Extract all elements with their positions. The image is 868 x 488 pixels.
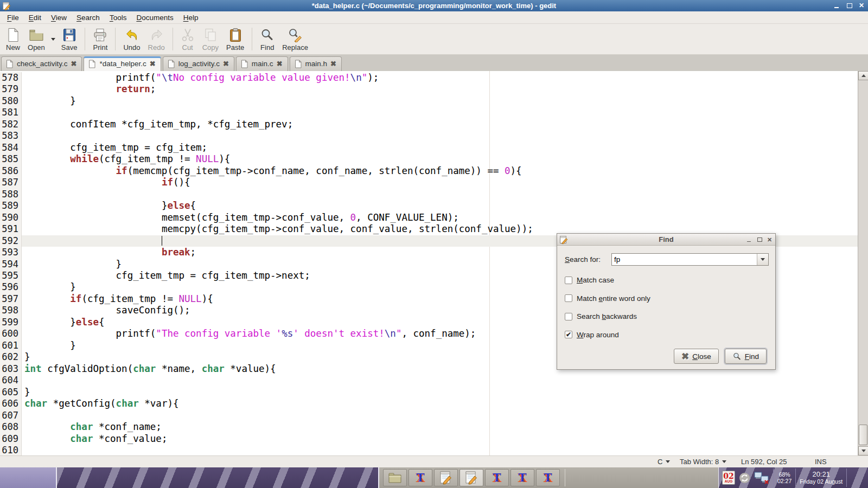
- taskbar-button-app-t[interactable]: XT: [536, 469, 560, 486]
- scroll-up-button[interactable]: [858, 71, 868, 80]
- close-tab-icon[interactable]: ✖: [223, 60, 229, 67]
- toolbar-separator: [252, 28, 252, 50]
- calendar-icon[interactable]: 02 AUG: [722, 471, 735, 485]
- checkbox-unchecked-icon[interactable]: [565, 313, 572, 320]
- dialog-close-icon[interactable]: ✕: [767, 237, 773, 242]
- checkbox-search-backwards[interactable]: Search backwards: [565, 312, 637, 320]
- paste-button[interactable]: Paste: [222, 25, 248, 53]
- open-dropdown-icon[interactable]: [49, 25, 58, 53]
- tab-data-helper-c[interactable]: *data_helper.c✖: [84, 56, 161, 71]
- line-number: 608: [0, 421, 22, 433]
- dialog-minimize-icon[interactable]: [746, 237, 752, 242]
- menu-help[interactable]: Help: [178, 12, 203, 23]
- tab-main-c[interactable]: main.c✖: [236, 56, 288, 71]
- print-button[interactable]: Print: [89, 25, 111, 53]
- code-line[interactable]: 579 return;: [0, 84, 858, 95]
- code-line[interactable]: 583: [0, 130, 858, 142]
- code-line[interactable]: 587 if(){: [0, 177, 858, 188]
- taskbar-button-gedit[interactable]: [459, 469, 483, 486]
- line-number: 591: [0, 223, 22, 235]
- battery-applet[interactable]: 68% 02:27: [777, 471, 792, 484]
- copy-button[interactable]: Copy: [199, 25, 222, 53]
- close-tab-icon[interactable]: ✖: [150, 60, 156, 67]
- line-number: 587: [0, 177, 22, 188]
- cut-button[interactable]: Cut: [177, 25, 199, 53]
- tab-main-h[interactable]: main.h✖: [290, 56, 342, 71]
- wallpaper-strip: [0, 467, 57, 488]
- line-number: 600: [0, 328, 22, 339]
- code-line[interactable]: 580 }: [0, 95, 858, 107]
- code-line[interactable]: 586 if(memcmp(cfg_item_tmp->conf_name, c…: [0, 165, 858, 177]
- menu-file[interactable]: File: [2, 12, 24, 23]
- save-button-label: Save: [61, 43, 78, 52]
- code-line[interactable]: 609 char *conf_value;: [0, 433, 858, 445]
- close-tab-icon[interactable]: ✖: [330, 60, 336, 67]
- language-selector[interactable]: C: [658, 458, 670, 466]
- redo-button[interactable]: Redo: [144, 25, 169, 53]
- clock-applet[interactable]: 20:21 Friday 02 August: [800, 471, 843, 485]
- taskbar-button-folder[interactable]: [383, 469, 407, 486]
- new-icon: [6, 28, 20, 42]
- menu-documents[interactable]: Documents: [131, 12, 178, 23]
- code-text: }: [22, 387, 858, 398]
- taskbar-button-app-t[interactable]: XT: [485, 469, 509, 486]
- code-line[interactable]: 610: [0, 445, 858, 455]
- checkbox-match-entire-word-only[interactable]: Match entire word only: [565, 294, 650, 303]
- tab-label: *data_helper.c: [99, 60, 146, 68]
- close-icon[interactable]: ✕: [859, 3, 865, 9]
- menu-search[interactable]: Search: [72, 12, 105, 23]
- checkbox-checked-icon[interactable]: ✔: [565, 331, 572, 338]
- undo-button[interactable]: Undo: [119, 25, 144, 53]
- search-history-dropdown[interactable]: [757, 254, 768, 265]
- maximize-icon[interactable]: [846, 3, 852, 9]
- tab-check-activity-c[interactable]: check_activity.c✖: [1, 56, 82, 71]
- code-line[interactable]: 604: [0, 375, 858, 386]
- code-line[interactable]: 606char *getConfig(char *var){: [0, 398, 858, 409]
- taskbar-button-app-t[interactable]: XT: [510, 469, 534, 486]
- menu-tools[interactable]: Tools: [105, 12, 132, 23]
- code-line[interactable]: 581: [0, 107, 858, 118]
- line-number: 590: [0, 212, 22, 223]
- scrollbar-thumb[interactable]: [859, 425, 867, 445]
- code-line[interactable]: 588: [0, 189, 858, 200]
- update-notifier-icon[interactable]: [739, 472, 750, 484]
- taskbar-button-app-t[interactable]: XT: [409, 469, 432, 486]
- menu-edit[interactable]: Edit: [24, 12, 46, 23]
- scroll-down-button[interactable]: [858, 446, 868, 455]
- checkbox-unchecked-icon[interactable]: [565, 277, 572, 284]
- svg-text:T: T: [544, 471, 552, 484]
- code-line[interactable]: 607: [0, 410, 858, 421]
- code-line[interactable]: 605}: [0, 387, 858, 398]
- open-button[interactable]: Open: [24, 25, 49, 53]
- code-line[interactable]: 608 char *conf_name;: [0, 421, 858, 433]
- save-button[interactable]: Save: [58, 25, 81, 53]
- dialog-maximize-icon[interactable]: [757, 237, 762, 242]
- tray-divider: [795, 468, 796, 487]
- code-line[interactable]: 582 confItem *cfg_item_tmp, *cfg_item_pr…: [0, 119, 858, 130]
- menu-view[interactable]: View: [46, 12, 72, 23]
- replace-button[interactable]: Replace: [278, 25, 312, 53]
- tab-width-selector[interactable]: Tab Width: 8: [680, 458, 726, 466]
- close-tab-icon[interactable]: ✖: [71, 60, 77, 67]
- code-line[interactable]: 578 printf("\tNo config variable value g…: [0, 72, 858, 84]
- search-input[interactable]: [612, 254, 757, 265]
- checkbox-match-case[interactable]: Match case: [565, 276, 614, 284]
- close-tab-icon[interactable]: ✖: [277, 60, 283, 67]
- tab-log-activity-c[interactable]: log_activity.c✖: [163, 56, 234, 71]
- network-status-icon[interactable]: [754, 471, 769, 484]
- checkbox-unchecked-icon[interactable]: [565, 294, 572, 302]
- close-button[interactable]: ✖Close: [674, 349, 719, 364]
- battery-percent: 68%: [777, 471, 792, 478]
- code-line[interactable]: 584 cfg_item_tmp = cfg_item;: [0, 142, 858, 153]
- find-button[interactable]: Find: [725, 349, 767, 364]
- find-button[interactable]: Find: [256, 25, 278, 53]
- new-button[interactable]: New: [2, 25, 24, 53]
- text-cursor: [162, 236, 163, 246]
- minimize-icon[interactable]: [834, 3, 840, 9]
- checkbox-wrap-around[interactable]: ✔Wrap around: [565, 331, 619, 339]
- code-line[interactable]: 589 }else{: [0, 200, 858, 211]
- taskbar-button-gedit[interactable]: [434, 469, 458, 486]
- code-line[interactable]: 585 while(cfg_item_tmp != NULL){: [0, 153, 858, 165]
- vertical-scrollbar[interactable]: [858, 71, 868, 455]
- code-line[interactable]: 590 memset(cfg_item_tmp->conf_value, 0, …: [0, 212, 858, 223]
